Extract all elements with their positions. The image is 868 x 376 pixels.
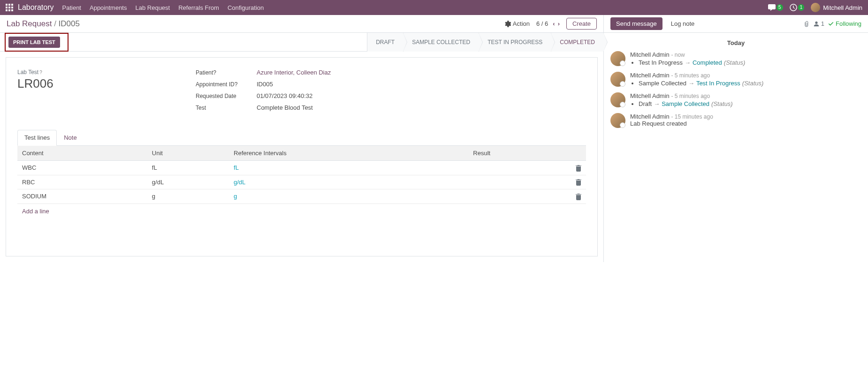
breadcrumb-root[interactable]: Lab Request: [7, 19, 52, 28]
log-note-button[interactable]: Log note: [666, 17, 700, 30]
new-status[interactable]: Sample Collected: [662, 100, 709, 107]
stage-test-in-progress[interactable]: TEST IN PROGRESS: [479, 33, 551, 52]
tab-note[interactable]: Note: [57, 130, 84, 145]
cell-content[interactable]: SODIUM: [17, 189, 147, 204]
cell-result[interactable]: [468, 189, 571, 204]
delete-row-icon[interactable]: [571, 189, 586, 204]
cell-content[interactable]: WBC: [17, 161, 147, 175]
message-author[interactable]: Mitchell Admin: [630, 113, 670, 120]
create-button[interactable]: Create: [566, 18, 597, 30]
delete-row-icon[interactable]: [571, 175, 586, 189]
chat-badge: 5: [777, 4, 783, 11]
status-label: (Status): [724, 59, 746, 66]
avatar-icon: [610, 92, 625, 107]
message-text: Lab Request created: [630, 120, 713, 127]
chat-icon[interactable]: 5: [768, 4, 783, 11]
status-label: (Status): [742, 80, 764, 87]
cell-ref[interactable]: g/dL: [229, 175, 468, 189]
menu-patient[interactable]: Patient: [62, 4, 81, 11]
patient-label: Patient?: [196, 69, 257, 76]
old-status: Sample Collected: [639, 80, 686, 87]
stage-completed[interactable]: COMPLETED: [551, 33, 603, 52]
apps-icon[interactable]: [6, 4, 13, 11]
pager-text[interactable]: 6 / 6: [536, 20, 548, 27]
breadcrumb: Lab Request / ID005: [7, 19, 80, 29]
attachment-icon[interactable]: [803, 21, 809, 27]
message-time: - 5 minutes ago: [671, 72, 710, 79]
tabs: Test lines Note: [17, 130, 586, 146]
message-time: - 15 minutes ago: [671, 113, 713, 120]
appointment-label: Appointment ID?: [196, 81, 257, 88]
tab-test-lines[interactable]: Test lines: [17, 130, 57, 146]
form-sheet: Lab Test? LR006 Patient? Azure Interior,…: [6, 57, 598, 256]
send-message-button[interactable]: Send message: [610, 17, 662, 30]
stage-draft[interactable]: DRAFT: [367, 33, 403, 52]
delete-row-icon[interactable]: [571, 161, 586, 175]
test-lines-table: Content Unit Reference Intervals Result …: [17, 146, 586, 204]
cell-unit[interactable]: g: [147, 189, 229, 204]
message-author[interactable]: Mitchell Admin: [630, 51, 670, 58]
breadcrumb-current: ID005: [59, 19, 80, 28]
menu-appointments[interactable]: Appointments: [90, 4, 127, 11]
gear-icon: [504, 21, 511, 27]
clock-icon[interactable]: 1: [790, 4, 805, 11]
table-row[interactable]: RBCg/dLg/dL: [17, 175, 586, 189]
pager-prev[interactable]: ‹: [553, 20, 555, 27]
breadcrumb-sep: /: [54, 19, 58, 28]
labtest-label: Lab Test?: [17, 69, 168, 75]
chatter-message: Mitchell Admin - 15 minutes agoLab Reque…: [610, 113, 861, 128]
stage-sample-collected[interactable]: SAMPLE COLLECTED: [403, 33, 479, 52]
chatter-today-label: Today: [610, 39, 861, 46]
th-content[interactable]: Content: [17, 146, 147, 161]
stages: DRAFT SAMPLE COLLECTED TEST IN PROGRESS …: [367, 33, 603, 52]
print-lab-test-button[interactable]: PRINT LAB TEST: [8, 37, 60, 48]
pager-next[interactable]: ›: [558, 20, 560, 27]
status-bar: PRINT LAB TEST DRAFT SAMPLE COLLECTED TE…: [0, 33, 603, 52]
old-status: Draft: [639, 100, 652, 107]
menu-referrals-from[interactable]: Referrals From: [178, 4, 219, 11]
reqdate-label: Requested Date: [196, 93, 257, 99]
clock-badge: 1: [798, 4, 805, 11]
menu-configuration[interactable]: Configuration: [228, 4, 264, 11]
action-dropdown[interactable]: Action: [504, 20, 530, 27]
th-ref[interactable]: Reference Intervals: [229, 146, 468, 161]
avatar-icon: [610, 113, 625, 128]
test-label: Test: [196, 105, 257, 111]
message-time: - 5 minutes ago: [671, 93, 710, 99]
chatter-message: Mitchell Admin - nowTest In Progress→Com…: [610, 51, 861, 66]
message-author[interactable]: Mitchell Admin: [630, 72, 670, 79]
cell-unit[interactable]: g/dL: [147, 175, 229, 189]
cell-result[interactable]: [468, 161, 571, 175]
reqdate-value[interactable]: 01/07/2023 09:40:32: [257, 92, 312, 99]
message-time: - now: [671, 52, 685, 58]
appointment-value[interactable]: ID005: [257, 81, 273, 88]
table-row[interactable]: SODIUMgg: [17, 189, 586, 204]
followers-count[interactable]: 1: [813, 20, 824, 27]
new-status[interactable]: Test In Progress: [696, 80, 740, 87]
highlight-box: PRINT LAB TEST: [5, 33, 69, 52]
new-status[interactable]: Completed: [693, 59, 722, 66]
th-result[interactable]: Result: [468, 146, 571, 161]
cell-unit[interactable]: fL: [147, 161, 229, 175]
table-row[interactable]: WBCfLfL: [17, 161, 586, 175]
cell-result[interactable]: [468, 175, 571, 189]
avatar-icon: [610, 72, 625, 87]
cell-ref[interactable]: fL: [229, 161, 468, 175]
message-author[interactable]: Mitchell Admin: [630, 92, 670, 99]
labtest-value[interactable]: LR006: [17, 76, 168, 91]
chatter-message: Mitchell Admin - 5 minutes agoDraft→Samp…: [610, 92, 861, 107]
app-name[interactable]: Laboratory: [18, 3, 54, 12]
cell-content[interactable]: RBC: [17, 175, 147, 189]
avatar-icon: [610, 51, 625, 66]
user-menu[interactable]: Mitchell Admin: [811, 3, 862, 12]
menu-lab-request[interactable]: Lab Request: [135, 4, 170, 11]
test-value[interactable]: Complete Blood Test: [257, 104, 313, 111]
following-button[interactable]: Following: [828, 20, 861, 27]
add-line[interactable]: Add a line: [17, 204, 586, 218]
chatter-message: Mitchell Admin - 5 minutes agoSample Col…: [610, 72, 861, 87]
th-unit[interactable]: Unit: [147, 146, 229, 161]
cell-ref[interactable]: g: [229, 189, 468, 204]
top-menu: Patient Appointments Lab Request Referra…: [62, 4, 264, 11]
patient-value[interactable]: Azure Interior, Colleen Diaz: [257, 69, 331, 76]
user-name: Mitchell Admin: [823, 4, 862, 11]
